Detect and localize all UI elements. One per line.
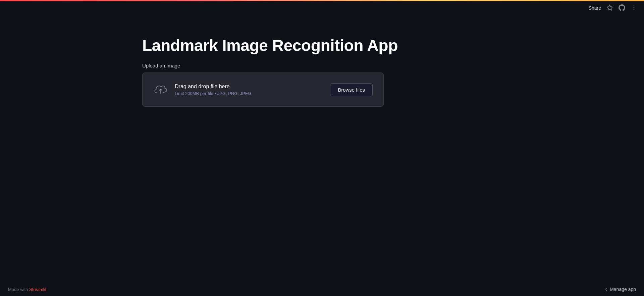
page-title: Landmark Image Recognition App <box>142 36 398 55</box>
manage-app-label: Manage app <box>610 287 636 292</box>
star-icon[interactable] <box>606 4 613 12</box>
manage-app-button[interactable]: ‹ Manage app <box>605 286 636 292</box>
svg-marker-0 <box>607 5 613 10</box>
footer-made-with: Made with Streamlit <box>8 287 46 292</box>
upload-info: Drag and drop file here Limit 200MB per … <box>153 82 252 97</box>
svg-point-2 <box>634 7 635 8</box>
footer: Made with Streamlit ‹ Manage app <box>0 283 644 296</box>
github-icon[interactable] <box>619 4 625 12</box>
streamlit-link[interactable]: Streamlit <box>29 287 46 292</box>
chevron-left-icon: ‹ <box>605 286 607 292</box>
upload-label: Upload an image <box>142 63 180 68</box>
file-limit-text: Limit 200MB per file • JPG, PNG, JPEG <box>175 91 252 96</box>
browse-files-button[interactable]: Browse files <box>330 83 373 96</box>
main-content: Landmark Image Recognition App Upload an… <box>0 16 644 283</box>
upload-text-group: Drag and drop file here Limit 200MB per … <box>175 84 252 96</box>
upload-dropzone[interactable]: Drag and drop file here Limit 200MB per … <box>142 72 384 107</box>
drag-drop-text: Drag and drop file here <box>175 84 252 90</box>
cloud-upload-icon <box>153 82 168 97</box>
svg-point-3 <box>634 9 635 10</box>
more-options-icon[interactable] <box>631 4 637 12</box>
top-gradient-bar <box>0 0 644 1</box>
header-toolbar: Share <box>582 0 644 16</box>
svg-point-1 <box>634 5 635 6</box>
share-button[interactable]: Share <box>589 5 601 11</box>
